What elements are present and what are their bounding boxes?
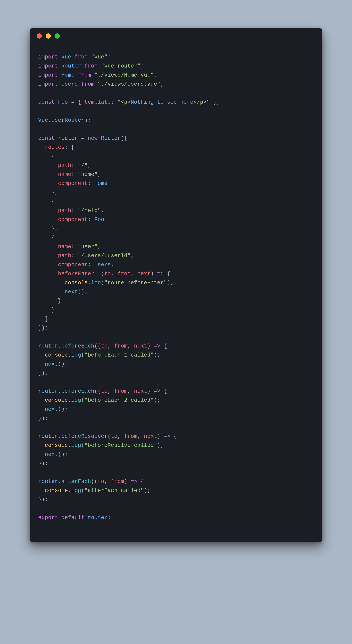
str-quote: " [117, 99, 121, 105]
kw-new: new [88, 135, 98, 141]
indent [38, 451, 45, 458]
indent [38, 289, 65, 295]
brace: { [137, 478, 144, 484]
comma: , [131, 271, 137, 277]
fn-before-each: beforeEach [61, 343, 94, 349]
semi: ; [154, 72, 157, 78]
fn-before-resolve: beforeResolve [61, 433, 104, 440]
maximize-icon[interactable] [55, 34, 60, 38]
prop-name: name [58, 171, 71, 178]
indent [38, 171, 58, 178]
indent [38, 244, 58, 250]
window-titlebar [30, 28, 322, 44]
arg-to: to [101, 388, 107, 394]
brace: } [51, 307, 55, 313]
id-vue: Vue [61, 54, 71, 60]
brace: } [58, 298, 61, 304]
punct: : [71, 208, 78, 214]
str: "home" [78, 171, 98, 178]
kw-import: import [38, 72, 58, 78]
arg-to: to [111, 433, 117, 440]
id-console: console [45, 442, 68, 448]
str: "/help" [78, 208, 101, 214]
arg-next: next [137, 271, 150, 277]
brace: }, [51, 190, 58, 196]
punct: > [203, 99, 207, 105]
punct: (); [58, 406, 68, 412]
dot: . [88, 280, 91, 286]
arg-next: next [134, 388, 147, 394]
close-icon[interactable] [37, 34, 42, 38]
fn-log: log [91, 280, 101, 286]
str: "afterEach called" [84, 488, 144, 494]
comma: , [98, 171, 101, 178]
id-router: Router [101, 135, 121, 141]
str: "/users/:userId" [78, 252, 131, 259]
indent [38, 190, 51, 196]
prop-before-enter: beforeEnter [58, 271, 94, 277]
arg-to: to [98, 478, 104, 484]
indent [38, 162, 58, 168]
page-background: import Vue from "vue"; import Router fro… [0, 0, 352, 644]
punct: ); [144, 488, 150, 494]
indent [38, 252, 58, 259]
kw-import: import [38, 54, 58, 60]
prop-component: component [58, 216, 88, 223]
dot: . [68, 488, 71, 494]
kw-export: export [38, 514, 58, 521]
brace: { [51, 198, 55, 204]
punct: : [71, 244, 78, 250]
punct: . [48, 117, 51, 123]
str: "beforeEach 2 called" [84, 397, 154, 403]
arg-next: next [144, 433, 157, 440]
indent [38, 352, 45, 358]
comma: , [107, 388, 114, 394]
brace: }, [51, 226, 58, 232]
punct: (( [104, 433, 111, 440]
arg-from: from [114, 343, 127, 349]
punct: < [121, 99, 124, 105]
arrow: => [164, 433, 170, 440]
punct: = [78, 135, 88, 141]
dot: . [58, 388, 61, 394]
punct: }); [38, 460, 48, 466]
str: "vue-router" [101, 63, 140, 69]
dot: . [68, 442, 71, 448]
punct: }); [38, 496, 48, 503]
punct: ) [150, 271, 157, 277]
comma: , [131, 252, 134, 259]
indent [38, 298, 58, 304]
indent [38, 271, 58, 277]
comma: , [117, 433, 124, 440]
punct: (); [58, 451, 68, 458]
id-users: Users [94, 262, 111, 268]
indent [38, 144, 45, 150]
prop-component: component [58, 180, 88, 186]
punct: }); [38, 325, 48, 331]
id-router-var: router [38, 478, 58, 484]
punct: : [71, 162, 78, 168]
id-users: Users [61, 81, 78, 87]
fn-log: log [71, 442, 81, 448]
kw-default: default [61, 514, 84, 521]
str: "./views/Users.vue" [98, 81, 160, 87]
id-router-var: router [38, 433, 58, 440]
punct: ( [81, 397, 84, 403]
punct: : ( [94, 271, 104, 277]
arg-from: from [124, 433, 137, 440]
arg-from: from [114, 388, 127, 394]
kw-from: from [84, 63, 98, 69]
semi: ; [107, 54, 111, 60]
dot: . [68, 352, 71, 358]
id-vue: Vue [38, 117, 48, 123]
fn-next: next [45, 451, 58, 458]
tag-p: p [200, 99, 203, 105]
txt: Nothing to see here [131, 99, 193, 105]
semi: ; [140, 63, 144, 69]
prop-path: path [58, 162, 71, 168]
prop-name: name [58, 244, 71, 250]
fn-next: next [45, 406, 58, 412]
punct: ); [154, 352, 160, 358]
minimize-icon[interactable] [46, 34, 51, 38]
id-router-var: router [38, 343, 58, 349]
